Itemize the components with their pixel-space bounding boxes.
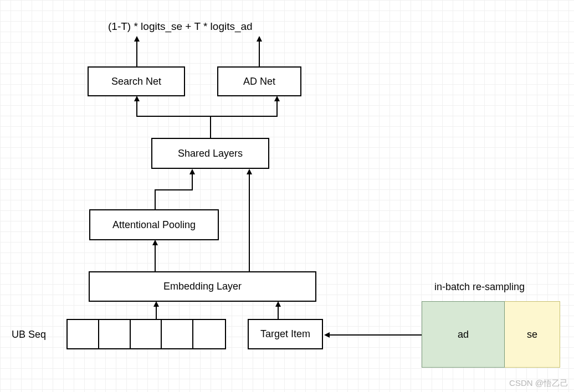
formula-label: (1-T) * logits_se + T * logits_ad — [108, 20, 253, 33]
resampling-cell-se: se — [505, 301, 560, 368]
resampling-box: ad se — [422, 301, 560, 368]
search-net-node: Search Net — [88, 66, 185, 96]
search-net-label: Search Net — [111, 76, 161, 87]
attentional-pooling-node: Attentional Pooling — [89, 209, 219, 240]
resampling-cell-se-label: se — [527, 329, 537, 341]
resampling-label: in-batch re-sampling — [434, 281, 525, 293]
target-item-label: Target Item — [260, 328, 310, 340]
embedding-layer-node: Embedding Layer — [89, 271, 316, 302]
ub-seq-cells — [66, 319, 226, 349]
ad-net-node: AD Net — [217, 66, 301, 96]
shared-layers-label: Shared Layers — [178, 148, 243, 159]
watermark: CSDN @悟乙己 — [509, 378, 568, 389]
target-item-node: Target Item — [248, 319, 323, 349]
ub-seq-label: UB Seq — [12, 329, 46, 341]
ad-net-label: AD Net — [243, 76, 275, 87]
resampling-cell-ad: ad — [422, 301, 505, 368]
attentional-pooling-label: Attentional Pooling — [112, 219, 196, 231]
embedding-layer-label: Embedding Layer — [163, 281, 242, 292]
shared-layers-node: Shared Layers — [151, 138, 269, 169]
resampling-cell-ad-label: ad — [458, 329, 469, 341]
